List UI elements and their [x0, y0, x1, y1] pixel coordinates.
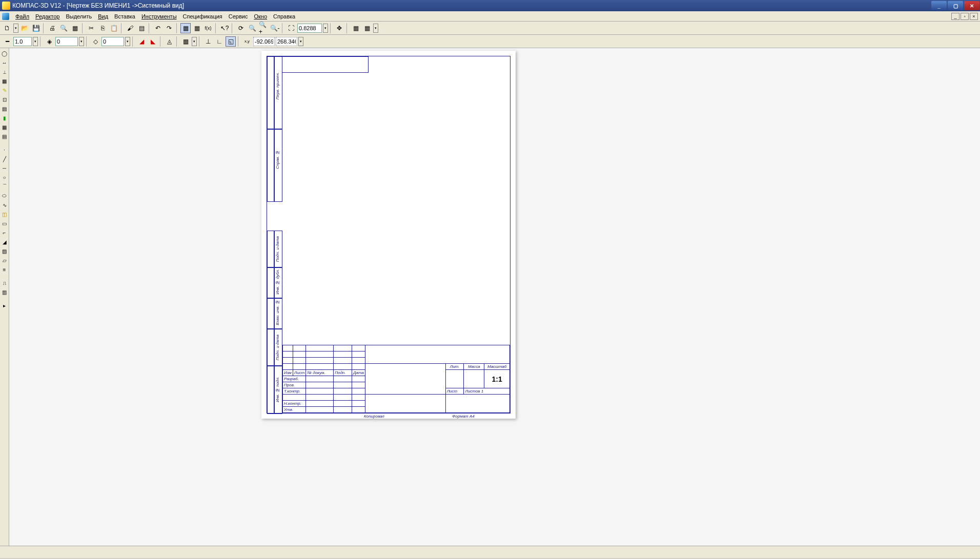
line-style-icon[interactable]: ━ — [2, 36, 12, 47]
layer-input[interactable] — [55, 37, 78, 46]
grid-icon[interactable]: ▦ — [180, 36, 191, 47]
mdi-restore-button[interactable]: ▫ — [961, 13, 969, 20]
fx-icon[interactable]: f(x) — [203, 23, 213, 33]
color2-icon[interactable]: ◣ — [148, 36, 158, 47]
zoom-dropdown[interactable]: ▾ — [323, 24, 328, 33]
notation-icon[interactable]: ⟂ — [1, 68, 9, 76]
label-list2: Лист — [445, 388, 464, 395]
pan-icon[interactable]: ✥ — [334, 23, 344, 33]
construction-icon[interactable]: ▦ — [1, 77, 9, 85]
save-icon[interactable]: 💾 — [31, 23, 41, 33]
mdi-close-button[interactable]: × — [970, 13, 978, 20]
menu-spec[interactable]: Спецификация — [180, 12, 226, 20]
mode2-icon[interactable]: ▦ — [362, 23, 372, 33]
zoom-in-icon[interactable]: 🔍+ — [258, 23, 269, 33]
contour-icon[interactable]: ▱ — [1, 256, 9, 264]
coord-y-input[interactable] — [276, 37, 297, 46]
fillet-icon[interactable]: ⌐ — [1, 229, 9, 237]
menu-service[interactable]: Сервис — [226, 12, 251, 20]
snap-icon[interactable]: ◬ — [164, 36, 174, 47]
zoom-value-input[interactable] — [297, 24, 322, 33]
circle-icon[interactable]: ○ — [1, 173, 9, 181]
cut-icon[interactable]: ✂ — [86, 23, 96, 33]
toolbar2-menu[interactable]: ▾ — [298, 37, 303, 46]
open-icon[interactable]: 📂 — [19, 23, 30, 33]
hatch-icon[interactable]: ▨ — [1, 247, 9, 255]
document-icon[interactable] — [2, 13, 9, 20]
page-setup-icon[interactable]: ▦ — [70, 23, 80, 33]
menu-view[interactable]: Вид — [95, 12, 111, 20]
new-dropdown[interactable]: ▾ — [13, 24, 18, 33]
break-icon[interactable]: ⎍ — [1, 279, 9, 287]
state-input[interactable] — [101, 37, 124, 46]
copy-icon[interactable]: ⎘ — [97, 23, 108, 33]
properties-icon[interactable]: ▤ — [136, 23, 147, 33]
mdi-minimize-button[interactable]: _ — [951, 13, 959, 20]
format-painter-icon[interactable]: 🖌 — [125, 23, 135, 33]
segment-icon[interactable]: ─ — [1, 164, 9, 172]
equidist-icon[interactable]: ≡ — [1, 265, 9, 274]
expand-icon[interactable]: ▸ — [1, 301, 9, 309]
ortho-icon[interactable]: ⊥ — [203, 36, 213, 47]
state-dropdown[interactable]: ▾ — [125, 37, 130, 46]
spec-icon[interactable]: ▦ — [1, 123, 9, 131]
close-button[interactable]: ✕ — [964, 1, 979, 10]
rectangle-icon[interactable]: ▭ — [1, 219, 9, 227]
mode1-icon[interactable]: ▦ — [351, 23, 361, 33]
menu-insert[interactable]: Вставка — [111, 12, 138, 20]
coord-x-input[interactable] — [253, 37, 275, 46]
color1-icon[interactable]: ◢ — [136, 36, 147, 47]
local-cs-icon[interactable]: ∟ — [214, 36, 224, 47]
minimize-button[interactable]: _ — [931, 1, 947, 10]
label-list: Лист — [293, 370, 306, 376]
params-icon[interactable]: ⊡ — [1, 95, 9, 103]
collect-icon[interactable]: ▥ — [1, 288, 9, 296]
grid-dropdown[interactable]: ▾ — [192, 37, 197, 46]
zoom-fit-icon[interactable]: ⛶ — [286, 23, 296, 33]
help-cursor-icon[interactable]: ↖? — [219, 23, 230, 33]
point-icon[interactable]: · — [1, 146, 9, 154]
state-icon[interactable]: ◇ — [90, 36, 100, 47]
zoom-out-icon[interactable]: 🔍- — [270, 23, 280, 33]
aux-line-icon[interactable]: ╱ — [1, 155, 9, 163]
undo-icon[interactable]: ↶ — [153, 23, 163, 33]
menu-window[interactable]: Окно — [251, 12, 270, 20]
report-icon[interactable]: ▤ — [1, 132, 9, 140]
round-icon[interactable]: ◱ — [226, 36, 236, 47]
toolbar-menu[interactable]: ▾ — [373, 24, 378, 33]
zoom-window-icon[interactable]: 🔍 — [247, 23, 257, 33]
maximize-button[interactable]: ▢ — [948, 1, 963, 10]
measure-icon[interactable]: ▤ — [1, 105, 9, 113]
left-zone-perv-2: Перв. примен. — [274, 56, 282, 129]
label-tkontr: Т.контр. — [283, 388, 306, 395]
paste-icon[interactable]: 📋 — [109, 23, 119, 33]
chamfer-icon[interactable]: ◢ — [1, 238, 9, 246]
arc-icon[interactable]: ⌒ — [1, 182, 9, 191]
coord-label-icon[interactable]: x,y — [242, 36, 252, 47]
preview-icon[interactable]: 🔍 — [58, 23, 69, 33]
spline-icon[interactable]: ∿ — [1, 201, 9, 209]
line-width-dropdown[interactable]: ▾ — [33, 37, 38, 46]
menu-select[interactable]: Выделить — [63, 12, 95, 20]
layer-dropdown[interactable]: ▾ — [79, 37, 84, 46]
redo-icon[interactable]: ↷ — [164, 23, 174, 33]
drawing-canvas[interactable]: Перв. примен. Справ. № Подп. и дата Инв.… — [9, 48, 980, 546]
menu-edit[interactable]: Редактор — [32, 12, 63, 20]
refresh-icon[interactable]: ⟳ — [236, 23, 246, 33]
dimension-icon[interactable]: ↔ — [1, 58, 9, 67]
manager-icon[interactable]: ▦ — [180, 23, 191, 33]
polyline-icon[interactable]: ◫ — [1, 210, 9, 218]
menu-tools[interactable]: Инструменты — [138, 12, 180, 20]
variables-icon[interactable]: ▦ — [192, 23, 202, 33]
print-icon[interactable]: 🖨 — [47, 23, 57, 33]
layer-icon[interactable]: ◈ — [44, 36, 54, 47]
label-perv: Перв. примен. — [275, 72, 280, 99]
edit-icon[interactable]: ✎ — [1, 86, 9, 94]
ellipse-icon[interactable]: ⬭ — [1, 192, 9, 200]
select-icon[interactable]: ▮ — [1, 114, 9, 122]
geometry-icon[interactable]: ◯ — [1, 49, 9, 57]
menu-file[interactable]: Файл — [12, 12, 32, 20]
line-width-input[interactable] — [13, 37, 32, 46]
menu-help[interactable]: Справка — [270, 12, 298, 20]
new-icon[interactable]: 🗋 — [2, 23, 12, 33]
